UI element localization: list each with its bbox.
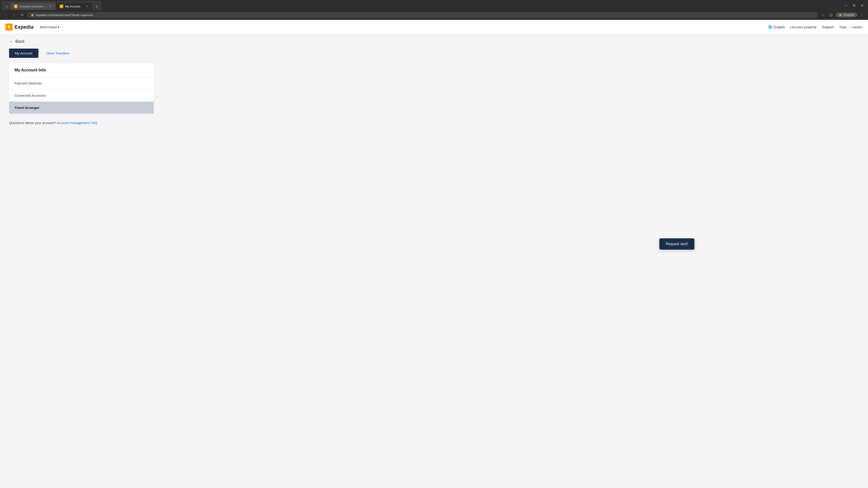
incognito-badge[interactable]: 🕵 Incognito [836, 12, 857, 18]
tab-list-button[interactable]: ▾ [4, 4, 10, 10]
account-tabs: My Account Other Travelers [9, 48, 859, 58]
top-bar: ▾ E Account communications ✕ E My Accoun… [0, 0, 868, 10]
page: E Expedia More travel ▾ 🌐 English List y… [0, 20, 868, 485]
my-account-tab[interactable]: My Account [9, 48, 38, 58]
more-travel-button[interactable]: More travel ▾ [39, 23, 60, 31]
minimize-button[interactable]: ─ [843, 2, 849, 8]
list-property-link[interactable]: List your property [790, 25, 816, 29]
tab2-label: My Account [65, 5, 83, 8]
travel-arranger-item[interactable]: Travel Arranger [9, 102, 154, 113]
url-text: expedia.com/user/account/?&selc=payment [36, 13, 814, 17]
tab1-favicon: E [14, 4, 18, 8]
tab-account-communications[interactable]: E Account communications ✕ [10, 3, 56, 10]
navbar: E Expedia More travel ▾ 🌐 English List y… [0, 20, 868, 34]
window-controls: ─ ⧉ ✕ [842, 2, 866, 8]
menu-button[interactable]: ⋮ [859, 12, 865, 18]
faq-link-label: Account management FAQ [57, 121, 97, 125]
forward-browser-button[interactable]: › [11, 12, 17, 18]
support-label: Support [822, 25, 834, 29]
lock-icon: 🔒 [31, 13, 34, 17]
faq-link[interactable]: Account management FAQ [57, 121, 97, 125]
tab2-favicon: E [60, 4, 63, 8]
chevron-down-icon: ▾ [58, 25, 59, 29]
user-label: Lauren [852, 25, 863, 29]
navbar-right: 🌐 English List your property Support Tri… [768, 25, 863, 29]
logo-text: Expedia [14, 24, 33, 30]
connected-accounts-label: Connected Accounts [14, 94, 46, 97]
tab-bar: ▾ E Account communications ✕ E My Accoun… [2, 1, 102, 10]
language-selector[interactable]: 🌐 English [768, 25, 785, 29]
back-section[interactable]: ← Back [0, 34, 868, 48]
other-travelers-tab[interactable]: Other Travelers [40, 48, 75, 58]
refresh-button[interactable]: ↻ [19, 12, 25, 18]
tab1-close-button[interactable]: ✕ [49, 4, 52, 8]
trips-label: Trips [839, 25, 847, 29]
request-sent-toast: Request sent! [659, 238, 694, 250]
url-bar[interactable]: 🔒 expedia.com/user/account/?&selc=paymen… [27, 12, 818, 18]
toast-message: Request sent! [666, 242, 688, 246]
browser-chrome: ▾ E Account communications ✕ E My Accoun… [0, 0, 868, 20]
travel-arranger-label: Travel Arranger [14, 106, 39, 109]
new-tab-button[interactable]: + [94, 4, 100, 10]
back-browser-button[interactable]: ‹ [3, 12, 9, 18]
payment-methods-item[interactable]: Payment Methods [9, 77, 154, 90]
incognito-icon: 🕵 [839, 13, 842, 17]
back-arrow-icon: ← [9, 39, 13, 44]
trips-link[interactable]: Trips [839, 25, 847, 29]
payment-methods-label: Payment Methods [14, 81, 42, 85]
close-window-button[interactable]: ✕ [859, 2, 865, 8]
list-property-label: List your property [790, 25, 816, 29]
navbar-left: E Expedia More travel ▾ [5, 23, 60, 31]
tab-my-account[interactable]: E My Account ✕ [56, 3, 92, 10]
panel-header: My Account Info [9, 63, 154, 77]
faq-text: Questions about your account? [9, 121, 56, 125]
logo-icon: E [5, 24, 13, 31]
user-menu[interactable]: Lauren [852, 25, 863, 29]
support-link[interactable]: Support [822, 25, 834, 29]
more-travel-label: More travel [40, 25, 57, 29]
split-view-button[interactable]: ⊡ [828, 12, 834, 18]
bookmark-button[interactable]: ☆ [819, 12, 826, 18]
maximize-button[interactable]: ⧉ [851, 2, 857, 8]
connected-accounts-item[interactable]: Connected Accounts [9, 90, 154, 102]
faq-section: Questions about your account? Account ma… [9, 121, 859, 125]
tab1-label: Account communications [20, 5, 46, 8]
back-label: Back [16, 39, 24, 44]
globe-icon: 🌐 [768, 25, 772, 29]
language-label: English [774, 25, 785, 29]
logo[interactable]: E Expedia [5, 24, 33, 31]
main-content: My Account Other Travelers Request sent!… [0, 48, 868, 134]
account-panel: My Account Info Payment Methods Connecte… [9, 63, 154, 113]
incognito-label: Incognito [843, 13, 855, 17]
panel-title: My Account Info [14, 68, 46, 72]
address-bar: ‹ › ↻ 🔒 expedia.com/user/account/?&selc=… [0, 10, 868, 20]
tab2-close-button[interactable]: ✕ [85, 4, 89, 8]
